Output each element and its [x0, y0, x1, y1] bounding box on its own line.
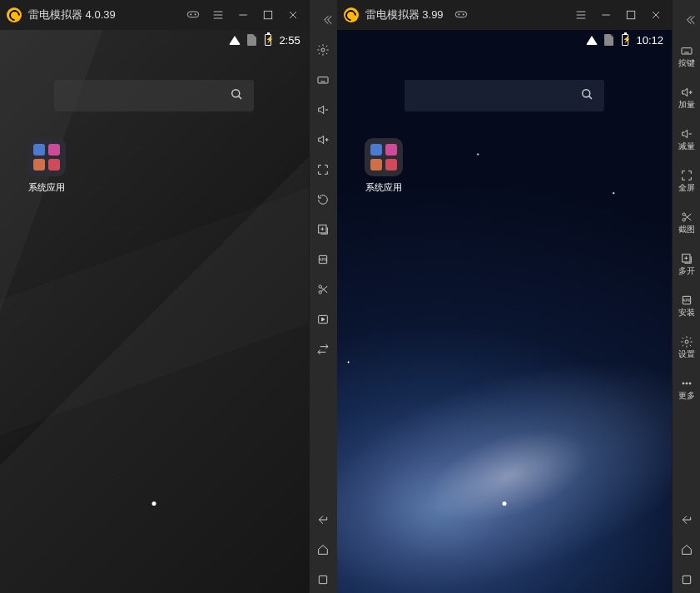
emulator-window-right: 雷电模拟器 3.99 10:12 系统应用 — [337, 0, 672, 593]
collapse-button[interactable] — [315, 7, 340, 33]
gamepad-button[interactable] — [449, 0, 474, 30]
close-button[interactable] — [280, 0, 305, 30]
app-logo-icon — [7, 7, 22, 22]
app-label: 系统应用 — [360, 181, 407, 194]
app-label: 系统应用 — [23, 181, 70, 194]
vol-up-button[interactable]: 加量 — [674, 78, 699, 116]
scissors-button[interactable] — [310, 276, 335, 303]
scissors-button[interactable]: 截图 — [674, 203, 699, 241]
phone-screen[interactable]: 2:55 系统应用 — [0, 30, 309, 593]
play-button[interactable] — [310, 306, 335, 333]
apk-button[interactable]: 安装 — [674, 286, 699, 324]
search-bar[interactable] — [405, 80, 604, 111]
button-label: 全屏 — [678, 184, 695, 192]
button-label: 安装 — [678, 309, 695, 317]
vol-down-button[interactable] — [310, 96, 335, 123]
maximize-button[interactable] — [256, 0, 280, 30]
vol-up-button[interactable] — [310, 126, 335, 153]
recent-button[interactable] — [310, 566, 335, 593]
button-label: 设置 — [678, 350, 695, 358]
search-icon — [579, 86, 594, 105]
emulator-window-left: 雷电模拟器 4.0.39 2:55 系统应用 — [0, 0, 309, 593]
toolbar-right: 按键加量减量全屏截图多开安装设置更多 — [672, 0, 700, 593]
button-label: 加量 — [678, 101, 695, 109]
close-button[interactable] — [643, 0, 668, 30]
rotate-button[interactable] — [310, 186, 335, 213]
app-icon-system-apps[interactable]: 系统应用 — [23, 138, 70, 194]
wifi-icon — [229, 34, 241, 46]
minimize-button[interactable] — [593, 0, 618, 30]
button-label: 截图 — [678, 225, 695, 234]
sim-icon — [603, 34, 614, 46]
toolbar-left — [309, 0, 337, 593]
button-label: 按键 — [678, 59, 695, 67]
status-time: 10:12 — [636, 34, 663, 47]
battery-icon — [262, 34, 274, 46]
window-title: 雷电模拟器 3.99 — [365, 7, 444, 22]
window-title: 雷电模拟器 4.0.39 — [28, 7, 116, 22]
add-window-button[interactable]: 多开 — [674, 245, 699, 283]
more-button[interactable]: 更多 — [674, 369, 699, 408]
sim-icon — [246, 34, 257, 46]
folder-icon — [27, 138, 66, 176]
wifi-icon — [586, 34, 598, 46]
phone-screen[interactable]: 10:12 系统应用 — [337, 30, 672, 593]
collapse-button[interactable] — [678, 7, 700, 33]
status-bar: 2:55 — [0, 30, 309, 50]
settings-button[interactable]: 设置 — [674, 328, 699, 366]
minimize-button[interactable] — [231, 0, 256, 30]
swap-button[interactable] — [310, 336, 335, 363]
page-indicator — [152, 502, 156, 506]
button-label: 多开 — [678, 267, 695, 275]
menu-button[interactable] — [206, 0, 231, 30]
add-window-button[interactable] — [310, 216, 335, 243]
app-logo-icon — [344, 7, 359, 22]
button-label: 减量 — [678, 142, 695, 151]
search-bar[interactable] — [54, 80, 254, 111]
button-label: 更多 — [678, 392, 695, 400]
fullscreen-button[interactable] — [310, 156, 335, 183]
fullscreen-button[interactable]: 全屏 — [674, 161, 699, 200]
back-button[interactable] — [310, 507, 335, 533]
menu-button[interactable] — [568, 0, 593, 30]
titlebar: 雷电模拟器 4.0.39 — [0, 0, 309, 30]
home-button[interactable] — [674, 536, 699, 563]
app-icon-system-apps[interactable]: 系统应用 — [360, 138, 407, 194]
search-icon — [229, 86, 244, 105]
titlebar: 雷电模拟器 3.99 — [337, 0, 672, 30]
vol-down-button[interactable]: 减量 — [674, 120, 699, 158]
status-time: 2:55 — [279, 34, 300, 47]
keyboard-button[interactable] — [310, 67, 335, 93]
gamepad-button[interactable] — [181, 0, 206, 30]
home-button[interactable] — [310, 536, 335, 563]
back-button[interactable] — [674, 507, 699, 533]
status-bar: 10:12 — [337, 30, 672, 50]
apk-button[interactable] — [310, 246, 335, 273]
keyboard-button[interactable]: 按键 — [674, 37, 699, 75]
maximize-button[interactable] — [618, 0, 643, 30]
page-indicator — [502, 502, 506, 506]
folder-icon — [365, 138, 403, 176]
settings-button[interactable] — [310, 37, 335, 63]
battery-icon — [619, 34, 631, 46]
recent-button[interactable] — [674, 566, 699, 593]
